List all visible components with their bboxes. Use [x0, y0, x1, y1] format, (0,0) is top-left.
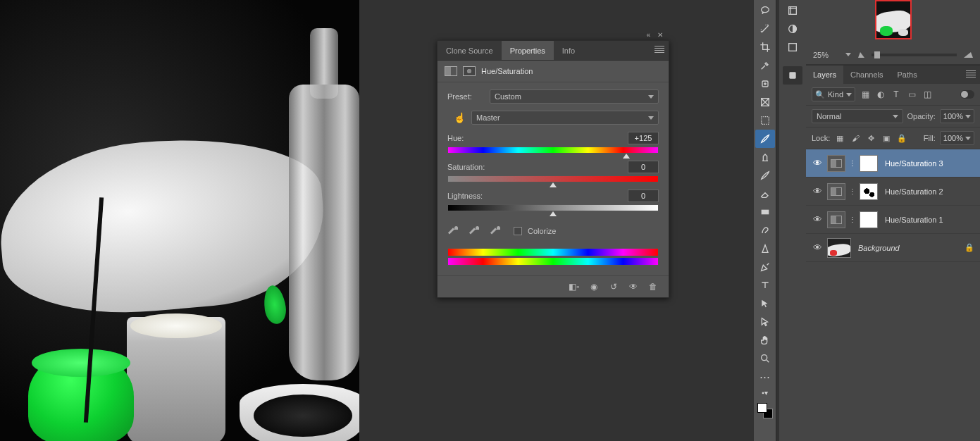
tab-info[interactable]: Info	[554, 41, 583, 60]
layer-name[interactable]: Hue/Saturation 3	[885, 159, 976, 168]
panel-menu-icon[interactable]	[966, 70, 976, 79]
chevron-down-icon[interactable]	[845, 53, 851, 56]
filter-pixel-icon[interactable]: ▦	[860, 89, 871, 100]
magic-wand-tool-icon[interactable]	[755, 20, 775, 38]
filter-toggle[interactable]	[960, 90, 974, 99]
tab-properties[interactable]: Properties	[502, 41, 554, 60]
visibility-icon[interactable]: 👁	[810, 242, 824, 253]
marquee-dashed-icon[interactable]	[755, 111, 775, 130]
saturation-slider-thumb[interactable]	[550, 182, 557, 187]
eraser-tool-icon[interactable]	[755, 185, 775, 203]
lock-pixels-icon[interactable]: 🖌	[850, 133, 861, 143]
layer-row[interactable]: 👁 ⋮ Hue/Saturation 1	[806, 206, 980, 234]
history-brush-tool-icon[interactable]	[755, 166, 775, 185]
opacity-input[interactable]: 100%	[940, 109, 974, 123]
path-selection-tool-icon[interactable]	[755, 294, 775, 313]
styles-panel-icon[interactable]	[783, 38, 802, 56]
hue-value-input[interactable]: +125	[628, 132, 659, 144]
clip-to-layer-icon[interactable]: ◧▫	[569, 282, 580, 292]
layer-mask-thumbnail[interactable]	[860, 155, 878, 172]
lock-transparency-icon[interactable]: ▦	[834, 133, 845, 143]
type-tool-icon[interactable]	[755, 276, 775, 294]
lock-position-icon[interactable]: ✥	[865, 133, 876, 143]
lock-all-icon[interactable]: 🔒	[896, 133, 907, 143]
channel-select[interactable]: Master	[471, 111, 659, 125]
crop-tool-icon[interactable]	[755, 38, 775, 56]
zoom-slider-thumb[interactable]	[874, 51, 880, 58]
reset-icon[interactable]: ↺	[608, 282, 619, 292]
eyedropper-icon[interactable]	[447, 225, 459, 237]
visibility-toggle-icon[interactable]: 👁	[628, 282, 639, 292]
colorize-checkbox[interactable]: Colorize	[514, 227, 556, 235]
hand-tool-icon[interactable]	[755, 331, 775, 349]
layer-name[interactable]: Hue/Saturation 1	[885, 216, 976, 224]
targeted-adjustment-icon[interactable]: ☝	[447, 112, 471, 123]
filter-adjustment-icon[interactable]: ◐	[875, 89, 886, 100]
layer-row-background[interactable]: 👁 Background 🔒	[806, 234, 980, 262]
lightness-slider-thumb[interactable]	[550, 211, 557, 216]
filter-type-icon[interactable]: T	[891, 89, 902, 100]
tab-paths[interactable]: Paths	[891, 66, 924, 84]
tab-layers[interactable]: Layers	[806, 66, 843, 84]
zoom-out-icon[interactable]	[858, 52, 864, 58]
lightness-slider[interactable]	[447, 204, 659, 211]
properties-panel-icon[interactable]	[783, 66, 802, 85]
visibility-icon[interactable]: 👁	[810, 158, 824, 168]
filter-smartobject-icon[interactable]: ◫	[922, 89, 933, 100]
smudge-tool-icon[interactable]	[755, 221, 775, 240]
eyedropper-tool-icon[interactable]	[755, 56, 775, 75]
zoom-slider[interactable]	[872, 54, 957, 56]
layer-row[interactable]: 👁 ⋮ Hue/Saturation 2	[806, 178, 980, 206]
hue-slider-thumb[interactable]	[623, 154, 630, 159]
zoom-tool-icon[interactable]	[755, 349, 775, 368]
panel-collapse-icon[interactable]: «	[646, 31, 650, 39]
pen-tool-icon[interactable]	[755, 258, 775, 276]
navigator-thumbnail[interactable]	[875, 0, 912, 39]
delete-adjustment-icon[interactable]: 🗑	[647, 282, 659, 292]
eyedropper-add-icon[interactable]	[469, 225, 480, 237]
lasso-tool-icon[interactable]	[755, 1, 775, 20]
history-panel-icon[interactable]	[783, 1, 802, 20]
lock-artboard-icon[interactable]: ▣	[881, 133, 892, 143]
hue-slider[interactable]	[447, 147, 659, 154]
layer-mask-thumbnail[interactable]	[860, 211, 878, 228]
fill-input[interactable]: 100%	[940, 131, 974, 145]
panel-menu-icon[interactable]	[655, 46, 664, 54]
layer-row[interactable]: 👁 ⋮ Hue/Saturation 3	[806, 149, 980, 178]
saturation-value-input[interactable]: 0	[628, 161, 659, 173]
blend-mode-select[interactable]: Normal	[812, 109, 903, 123]
gradient-tool-icon[interactable]	[755, 203, 775, 221]
layer-name[interactable]: Hue/Saturation 2	[885, 187, 976, 196]
tab-channels[interactable]: Channels	[843, 66, 890, 84]
panel-close-icon[interactable]: ✕	[657, 31, 663, 39]
preset-select[interactable]: Custom	[490, 89, 659, 104]
adjustment-thumbnail[interactable]	[827, 155, 845, 172]
tab-clone-source[interactable]: Clone Source	[438, 41, 502, 60]
dodge-tool-icon[interactable]	[755, 240, 775, 258]
edit-toolbar-icon[interactable]: ▪▾	[755, 386, 775, 399]
zoom-percent[interactable]: 25%	[813, 51, 838, 59]
layer-name[interactable]: Background	[858, 244, 962, 252]
brush-tool-icon[interactable]	[755, 130, 775, 148]
filter-shape-icon[interactable]: ▭	[906, 89, 917, 100]
frame-tool-icon[interactable]	[755, 93, 775, 111]
healing-brush-tool-icon[interactable]	[755, 75, 775, 93]
eyedropper-subtract-icon[interactable]	[490, 225, 501, 237]
direct-selection-tool-icon[interactable]	[755, 313, 775, 331]
lightness-value-input[interactable]: 0	[628, 190, 659, 202]
layer-mask-thumbnail[interactable]	[860, 183, 878, 200]
adjustment-thumbnail[interactable]	[827, 183, 845, 200]
visibility-icon[interactable]: 👁	[810, 214, 824, 225]
clone-stamp-tool-icon[interactable]	[755, 148, 775, 166]
visibility-icon[interactable]: 👁	[810, 186, 824, 197]
adjustments-panel-icon[interactable]	[783, 20, 802, 38]
zoom-in-icon[interactable]	[964, 52, 973, 58]
layer-thumbnail[interactable]	[827, 238, 851, 258]
saturation-slider[interactable]	[447, 175, 659, 182]
document-canvas[interactable]	[0, 0, 359, 441]
foreground-color-swatch[interactable]	[757, 403, 767, 413]
view-previous-state-icon[interactable]: ◉	[588, 282, 600, 292]
more-tools-icon[interactable]: ⋯	[755, 368, 775, 386]
adjustment-thumbnail[interactable]	[827, 211, 845, 228]
foreground-background-colors[interactable]	[757, 403, 773, 418]
